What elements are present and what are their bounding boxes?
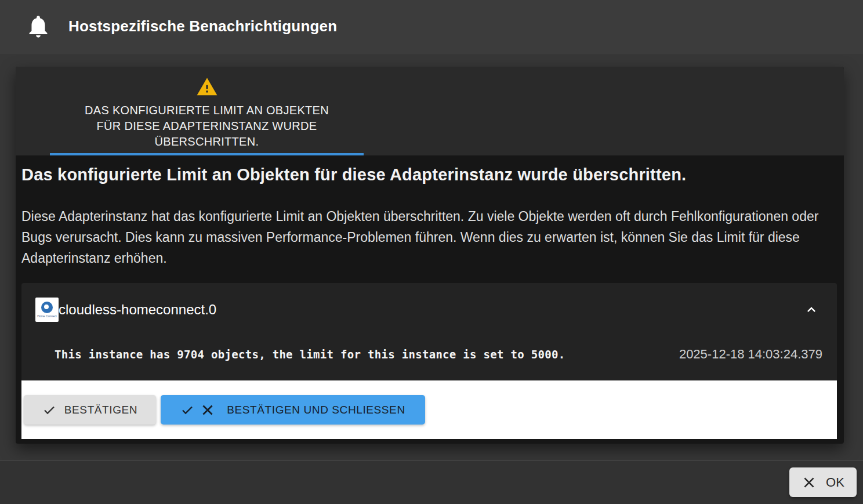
notification-tabbar: DAS KONFIGURIERTE LIMIT AN OBJEKTEN FÜR …	[16, 67, 844, 155]
ok-button[interactable]: OK	[789, 467, 857, 497]
notification-description: Diese Adapterinstanz hat das konfigurier…	[21, 206, 828, 269]
check-icon	[42, 403, 56, 417]
notification-title: Das konfigurierte Limit an Objekten für …	[21, 165, 833, 184]
tab-object-limit-warning[interactable]: DAS KONFIGURIERTE LIMIT AN OBJEKTEN FÜR …	[50, 67, 364, 155]
instance-accordion: Home Connect cloudless-homeconnect.0 Thi…	[21, 283, 837, 380]
message-timestamp: 2025-12-18 14:03:24.379	[679, 347, 822, 362]
page-title: Hostspezifische Benachrichtigungen	[68, 17, 337, 35]
adapter-logo-icon: Home Connect	[35, 298, 59, 322]
close-icon	[802, 475, 817, 490]
instance-accordion-header[interactable]: Home Connect cloudless-homeconnect.0	[21, 283, 837, 336]
action-strip: BESTÄTIGEN BESTÄTIGEN UND SCHLIESSEN	[21, 380, 837, 439]
instance-name: cloudless-homeconnect.0	[59, 302, 216, 318]
bell-icon	[26, 12, 51, 42]
tab-label: DAS KONFIGURIERTE LIMIT AN OBJEKTEN FÜR …	[85, 103, 329, 150]
instance-message: This instance has 9704 objects, the limi…	[55, 348, 565, 361]
app-header: Hostspezifische Benachrichtigungen	[0, 0, 863, 53]
ok-label: OK	[826, 475, 844, 490]
acknowledge-and-close-button[interactable]: BESTÄTIGEN UND SCHLIESSEN	[161, 395, 425, 425]
close-icon	[200, 403, 215, 418]
check-icon	[180, 403, 194, 417]
chevron-up-icon[interactable]	[803, 302, 820, 318]
instance-message-row: This instance has 9704 objects, the limi…	[21, 336, 837, 362]
notification-dialog: DAS KONFIGURIERTE LIMIT AN OBJEKTEN FÜR …	[16, 67, 844, 444]
host-notifications-screen: { "header": { "title": "Hostspezifische …	[0, 0, 863, 504]
acknowledge-label: BESTÄTIGEN	[64, 404, 137, 416]
warning-icon	[195, 76, 219, 98]
acknowledge-and-close-label: BESTÄTIGEN UND SCHLIESSEN	[227, 404, 405, 416]
active-tab-indicator	[50, 153, 364, 155]
acknowledge-button[interactable]: BESTÄTIGEN	[24, 395, 156, 425]
dialog-footer-bar: OK	[0, 460, 863, 504]
